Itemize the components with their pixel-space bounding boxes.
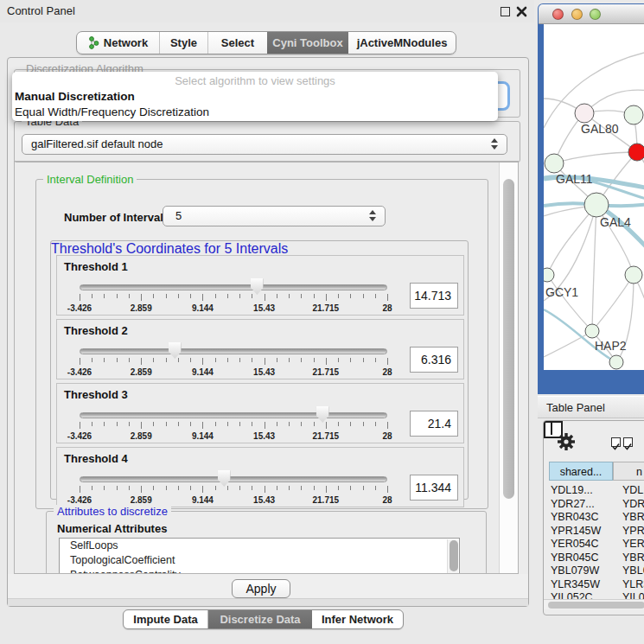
threshold-1-slider-thumb[interactable] <box>251 278 264 295</box>
node-selected-red[interactable] <box>628 143 644 161</box>
table-row[interactable]: YDL19...YDL1 <box>549 484 644 497</box>
slider-tick <box>239 422 240 426</box>
slider-tick-label: 15.43 <box>253 495 275 505</box>
threshold-4-label: Threshold 4 <box>64 452 128 465</box>
slider-tick <box>314 358 315 362</box>
attribute-list-item[interactable]: TopologicalCoefficient <box>60 553 459 568</box>
slider-tick <box>202 294 203 301</box>
apply-button[interactable]: Apply <box>232 579 290 598</box>
table-panel-title: Table Panel <box>546 401 605 414</box>
attribute-list-item[interactable]: SelfLoops <box>60 539 459 553</box>
threshold-3-value-field[interactable]: 21.4 <box>410 411 458 437</box>
threshold-1-value-field[interactable]: 14.713 <box>410 283 458 309</box>
tab-jactivemnodules[interactable]: jActiveMNodules <box>348 32 456 54</box>
table-row[interactable]: YLR345WYLR3 <box>549 578 644 591</box>
tab-style[interactable]: Style <box>160 32 208 54</box>
dropdown-hint-item[interactable]: Select algorithm to view settings <box>12 73 498 89</box>
number-of-intervals-spinner[interactable]: 5 <box>163 206 386 226</box>
tab-impute-data[interactable]: Impute Data <box>124 610 208 628</box>
table-row[interactable]: YBL079WYBL0 <box>549 564 644 577</box>
slider-tick-label: 9.144 <box>192 303 214 313</box>
slider-tick <box>338 486 339 490</box>
interval-definition-fieldset: Interval Definition Number of Intervals … <box>35 179 488 509</box>
close-icon[interactable] <box>516 6 527 17</box>
network-window-titlebar[interactable] <box>539 4 644 24</box>
cell-name: YBR0 <box>622 511 644 523</box>
threshold-2-value-field[interactable]: 6.316 <box>410 347 458 373</box>
select-all-checkbox-icon[interactable] <box>611 437 621 447</box>
slider-tick-label: -3.426 <box>67 367 92 377</box>
slider-tick-label: 21.715 <box>313 303 340 313</box>
tab-discretize-data[interactable]: Discretize Data <box>208 610 312 628</box>
tab-infer-network[interactable]: Infer Network <box>312 610 403 628</box>
algorithm-dropdown-popup: Select algorithm to view settings Manual… <box>12 72 498 121</box>
zoom-traffic-light-icon[interactable] <box>590 9 601 20</box>
numerical-attributes-list[interactable]: SelfLoopsTopologicalCoefficientBetweenne… <box>59 538 460 574</box>
slider-tick <box>289 422 290 426</box>
table-row[interactable]: YBR045CYBR0 <box>549 552 644 564</box>
cell-shared-name: YDL19... <box>551 484 593 496</box>
slider-tick <box>338 358 339 362</box>
attribute-list-item[interactable]: BetweennessCentrality <box>60 568 459 574</box>
slider-tick <box>117 422 118 426</box>
column-header-name[interactable]: n <box>613 462 644 481</box>
node-label-hap2: HAP2 <box>595 339 627 353</box>
slider-tick <box>166 422 167 426</box>
list-scrollbar[interactable] <box>447 539 458 574</box>
float-window-icon[interactable] <box>501 7 510 16</box>
tab-network[interactable]: Network <box>77 32 160 54</box>
cell-name: YDL1 <box>622 484 644 496</box>
table-horizontal-scrollbar[interactable] <box>544 599 644 609</box>
node-label-gal80: GAL80 <box>581 122 619 136</box>
table-data-combobox[interactable]: galFiltered.sif default node <box>22 134 507 155</box>
table-row[interactable]: YPR145WYPR1 <box>549 525 644 538</box>
threshold-4-slider-thumb[interactable] <box>218 470 231 487</box>
close-traffic-light-icon[interactable] <box>552 9 564 20</box>
slider-tick <box>153 486 154 490</box>
threshold-4-value-field[interactable]: 11.344 <box>410 475 458 501</box>
node-h[interactable] <box>625 266 642 284</box>
dropdown-option-equal-width[interactable]: Equal Width/Frequency Discretization <box>12 105 498 120</box>
slider-tick <box>387 294 388 301</box>
cell-shared-name: YLR345W <box>551 578 600 590</box>
tab-select[interactable]: Select <box>208 32 267 54</box>
dropdown-option-manual-discretization[interactable]: Manual Discretization <box>12 89 498 105</box>
slider-tick-label: -3.426 <box>67 431 92 441</box>
slider-tick <box>301 358 302 362</box>
node-gal80[interactable] <box>575 104 594 123</box>
gear-icon[interactable] <box>556 431 577 452</box>
tab-cyni-toolbox[interactable]: Cyni Toolbox <box>267 32 348 54</box>
slider-tick <box>277 358 277 362</box>
panel-scrollbar-thumb[interactable] <box>503 179 514 499</box>
node-gal11[interactable] <box>545 154 564 173</box>
minimize-traffic-light-icon[interactable] <box>571 9 583 20</box>
table-row[interactable]: YER054CYER0 <box>549 538 644 551</box>
panel-scrollbar[interactable] <box>499 162 518 573</box>
select-none-checkbox-icon[interactable] <box>623 437 633 447</box>
threshold-3-slider-thumb[interactable] <box>316 406 329 423</box>
slider-tick <box>350 422 351 426</box>
slider-tick <box>178 358 179 362</box>
slider-tick <box>265 422 265 429</box>
network-canvas[interactable]: GAL80 GA GAL11 C GAL4 GCY1 H HAP2 <box>544 24 644 370</box>
node-hap2[interactable] <box>585 324 599 338</box>
slider-tick <box>202 358 203 365</box>
slider-tick <box>239 294 240 298</box>
node-partial-top[interactable] <box>624 105 643 124</box>
table-row[interactable]: YDR27...YDR2 <box>549 498 644 511</box>
cell-shared-name: YDR27... <box>551 498 595 510</box>
column-header-shared-name[interactable]: shared... <box>549 462 613 481</box>
node-bottom[interactable] <box>609 355 623 369</box>
table-row[interactable]: YIL052CYIL0 <box>549 591 644 599</box>
node-gal4[interactable] <box>584 193 609 217</box>
attributes-fieldset: Attributes to discretize Numerical Attri… <box>46 511 487 574</box>
slider-tick <box>326 358 327 365</box>
slider-tick <box>265 294 265 301</box>
table-row[interactable]: YBR043CYBR0 <box>549 511 644 524</box>
slider-tick <box>153 422 154 426</box>
threshold-2-slider-thumb[interactable] <box>169 342 182 359</box>
spinner-arrows-icon <box>369 210 377 221</box>
slider-tick <box>314 294 315 298</box>
slider-tick <box>141 486 142 493</box>
node-gcy1[interactable] <box>544 268 554 282</box>
